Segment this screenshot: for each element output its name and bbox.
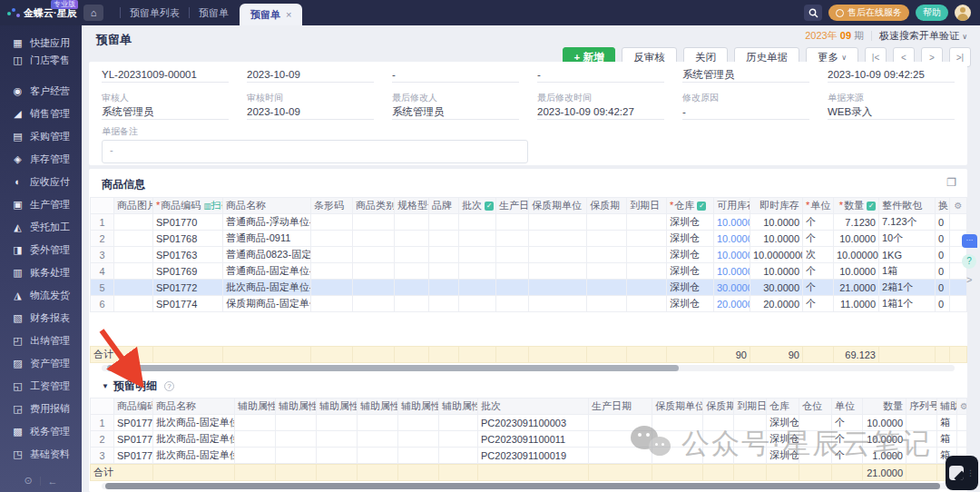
detail-row-1[interactable]: 1 SP01772 批次商品-固定单位-0911 PC2023091100003…	[91, 415, 967, 431]
goods-section: 商品信息 ❐ 商品图片 *商品编码▥扫码 商品名称 条形码 商品类别 规格型号 …	[89, 169, 967, 492]
goods-row-4[interactable]: 4 SP01769 普通商品-固定单位-0911 深圳仓 10.0000 10.…	[91, 263, 967, 280]
auditor-label: 审核人	[102, 92, 229, 104]
available-stock-link[interactable]: 10.0000000...	[714, 247, 750, 263]
sidebar-item-financial-report[interactable]: ▧财务报表	[0, 310, 82, 326]
available-stock-link[interactable]: 10.0000	[714, 263, 750, 280]
expand-panel-icon[interactable]: >	[966, 274, 980, 285]
cell-warehouse: 深圳仓	[667, 214, 714, 231]
goods-row-1[interactable]: 1 SP01770 普通商品-浮动单位-0911 深圳仓 10.0000 10.…	[91, 214, 967, 231]
available-stock-link[interactable]: 10.0000	[714, 231, 750, 247]
column-settings-gear-icon[interactable]: ⚙	[957, 399, 967, 415]
available-stock-link[interactable]: 20.0000	[714, 296, 750, 312]
quick-search-verify-dropdown[interactable]: 极速搜索开单验证 ∨	[879, 29, 967, 43]
home-icon[interactable]: ⌂	[83, 5, 103, 21]
sidebar-item-store-retail[interactable]: ◫门店零售	[0, 52, 82, 69]
col-aux-attr-4: 辅助属性4	[398, 399, 439, 415]
creator-field[interactable]: 系统管理员	[682, 67, 809, 83]
detail-section-header: ▼ 预留明细 ?	[89, 371, 967, 398]
sidebar-item-tax[interactable]: ▩税务管理	[0, 423, 82, 439]
sidebar-item-expense[interactable]: ◲费用报销	[0, 400, 82, 417]
floating-video-widget[interactable]: ⋮	[946, 456, 978, 490]
sidebar-item-assets[interactable]: ▨资产管理	[0, 355, 82, 371]
sidebar-item-payroll[interactable]: ◱工资管理	[0, 378, 82, 394]
goods-horizontal-scrollbar[interactable]	[102, 365, 955, 371]
help-button[interactable]: 帮助	[916, 5, 948, 21]
detail-row-3[interactable]: 3 SP01772 批次商品-固定单位-0911 PC2023091100019…	[91, 448, 967, 464]
sidebar-item-inventory[interactable]: ◈库存管理	[0, 151, 82, 167]
remark-input[interactable]: -	[102, 140, 528, 163]
close-tab-icon[interactable]: ×	[286, 9, 291, 20]
last-modified-time-field[interactable]: 2023-10-09 09:42:27	[537, 104, 664, 120]
sidebar-item-logistics[interactable]: ◮物流发货	[0, 287, 82, 303]
after-sales-service-button[interactable]: 售后在线服务	[828, 5, 909, 21]
tab-reservation-active[interactable]: 预留单 ×	[240, 4, 302, 25]
modify-reason-field[interactable]: -	[682, 104, 809, 120]
help-float-icon[interactable]: ?	[962, 254, 976, 269]
payroll-icon: ◱	[12, 380, 24, 392]
tab-reservation[interactable]: 预留单	[199, 6, 229, 20]
detail-totals-row: 合计 21.0000	[90, 464, 967, 481]
main-content: 预留单 2023年 09 期 极速搜索开单验证 ∨ + 新增 反审核 关闭 历史…	[82, 25, 980, 492]
sidebar-item-ar-ap[interactable]: ◐应收应付	[0, 173, 82, 190]
financial-report-icon: ▧	[12, 312, 24, 324]
col-aux-truncated: 辅助	[937, 399, 957, 415]
search-icon[interactable]	[804, 5, 822, 21]
sidebar-item-customer[interactable]: ◉客户经营	[0, 83, 82, 99]
feedback-chat-icon[interactable]: ···	[962, 234, 977, 248]
page-title: 预留单	[96, 32, 132, 48]
detail-horizontal-scrollbar[interactable]	[102, 483, 955, 489]
col-expiry-date: 到期日	[734, 399, 767, 415]
scan-code-icon[interactable]: ▥扫码	[203, 200, 222, 211]
sidebar-item-cashier[interactable]: ◰出纳管理	[0, 332, 82, 349]
field-4[interactable]: -	[537, 67, 664, 83]
goods-header-row: 商品图片 *商品编码▥扫码 商品名称 条形码 商品类别 规格型号 品牌 批次✓ …	[91, 198, 967, 214]
col-bin: 仓位	[799, 399, 832, 415]
expand-icon[interactable]: ❐	[946, 176, 956, 189]
cell-warehouse: 深圳仓	[667, 296, 714, 312]
col-warehouse: *仓库✓	[667, 198, 714, 214]
checkbox-icon: ✓	[697, 202, 706, 211]
sidebar-item-purchase[interactable]: ▤采购管理	[0, 128, 82, 144]
cell-name: 保质期商品-固定单位-0911	[223, 296, 311, 312]
sidebar-item-quick-apps[interactable]: ▦快捷应用	[0, 34, 82, 52]
period-row: 2023年 09 期 极速搜索开单验证 ∨	[805, 29, 967, 43]
goods-totals-row: 合计 90 90 69.123	[90, 346, 967, 363]
audit-time-field[interactable]: 2023-10-09	[247, 104, 374, 120]
goods-row-5-selected[interactable]: 5 SP01772 批次商品-固定单位-0911 深圳仓 30.0000 30.…	[91, 280, 967, 296]
col-production-date: 生产日期	[589, 399, 652, 415]
create-time-field[interactable]: 2023-10-09 09:42:25	[828, 67, 955, 83]
sidebar-item-accounting[interactable]: ▥账务处理	[0, 264, 82, 280]
sidebar-item-consigned-processing[interactable]: ◭受托加工	[0, 219, 82, 235]
collapse-sidebar-icon[interactable]: ←	[48, 476, 58, 487]
sidebar-item-sales[interactable]: ◢销售管理	[0, 105, 82, 122]
column-settings-gear-icon[interactable]: ⚙	[950, 198, 967, 214]
total-instant: 90	[750, 347, 803, 363]
field-3[interactable]: -	[392, 67, 519, 83]
sidebar-item-base-data[interactable]: ◳基础资料	[0, 446, 82, 462]
settings-icon[interactable]: ⊙	[24, 475, 32, 487]
consigned-processing-icon: ◭	[12, 221, 24, 233]
collapse-icon[interactable]: ▼	[102, 382, 109, 390]
logistics-icon: ◮	[12, 290, 24, 301]
available-stock-link[interactable]: 10.0000	[714, 214, 750, 231]
detail-row-2[interactable]: 2 SP01772 批次商品-固定单位-0911 PC2023091100011…	[91, 431, 967, 448]
tab-reservation-list[interactable]: 预留单列表	[130, 6, 180, 20]
goods-row-6[interactable]: 6 SP01774 保质期商品-固定单位-0911 深圳仓 20.0000 20…	[91, 296, 967, 312]
last-modifier-field[interactable]: 系统管理员	[392, 104, 519, 120]
user-avatar[interactable]	[955, 5, 971, 21]
remark-label: 单据备注	[102, 125, 955, 138]
sidebar-item-production[interactable]: ▣生产管理	[0, 196, 82, 212]
bill-no-field[interactable]: YL-20231009-00001	[102, 67, 229, 83]
sidebar-item-outsourcing[interactable]: ◨委外管理	[0, 241, 82, 258]
app-window: 金蝶云·星辰 专业版 ⌂ 预留单列表 预留单 预留单 × 售后在线服务 帮助	[0, 0, 980, 492]
goods-row-2[interactable]: 2 SP01768 普通商品-0911 深圳仓 10.0000 10.0000 …	[91, 231, 967, 247]
edition-badge: 专业版	[51, 0, 78, 9]
available-stock-link[interactable]: 30.0000	[714, 280, 750, 296]
bill-date-field[interactable]: 2023-10-09	[247, 67, 374, 83]
bill-source-field[interactable]: WEB录入	[828, 104, 955, 120]
floating-side-tools: ··· ? >	[960, 234, 980, 285]
detail-section-title: 预留明细	[113, 379, 157, 394]
goods-row-3[interactable]: 3 SP01763 普通商品0823-固定多单位 深圳仓 10.0000000.…	[91, 247, 967, 263]
topbar-right: 售后在线服务 帮助	[804, 5, 980, 21]
auditor-field[interactable]: 系统管理员	[102, 104, 229, 120]
